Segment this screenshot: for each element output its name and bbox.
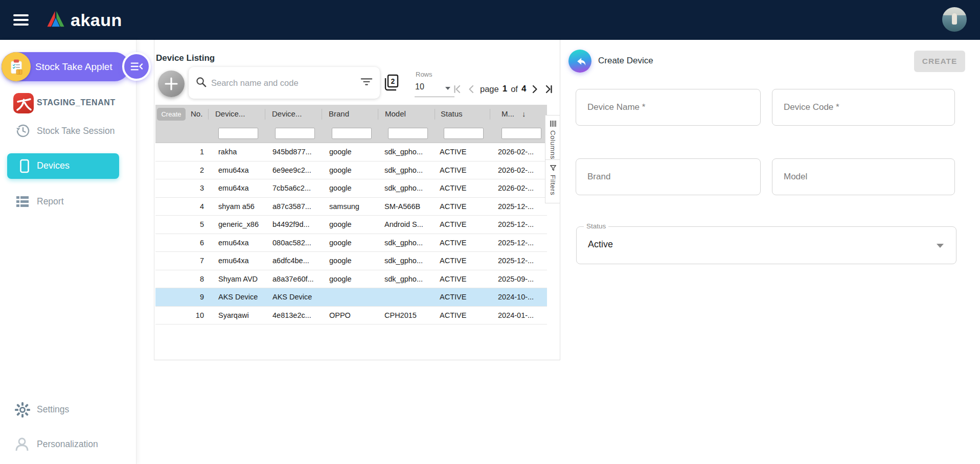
funnel-icon [550,165,557,172]
plus-icon [165,77,178,90]
column-header-modified[interactable]: M... [502,109,514,118]
table-row[interactable]: 4shyam a56a87c3587...samsungSM-A566BACTI… [155,198,547,216]
create-button[interactable]: CREATE [914,51,965,72]
sidebar-item-devices-label: Devices [37,160,70,171]
next-page-icon [530,84,539,94]
table-row-selected[interactable]: 9AKS DeviceAKS DeviceACTIVE2024-10-... [155,288,547,307]
applet-name-label: Stock Take Applet [35,52,112,81]
akaun-triangle-icon [45,9,66,31]
first-page-button[interactable] [453,84,463,94]
column-header-brand[interactable]: Brand [329,109,349,118]
column-filter-input-modified[interactable] [502,128,541,139]
sidebar-item-report[interactable]: Report [37,196,64,207]
last-page-icon [543,84,553,94]
last-page-button[interactable] [543,84,553,94]
table-row[interactable]: 2emu64xa6e9ee9c2...googlesdk_gpho...ACTI… [155,161,547,180]
table-filter-row [155,124,547,143]
tab-columns[interactable]: Columns [545,115,560,160]
column-filter-input-status[interactable] [444,128,484,139]
sidebar-item-tenant[interactable]: STAGING_TENANT [37,98,116,107]
dropdown-caret-icon [445,87,450,90]
column-filter-input-model[interactable] [388,128,428,139]
tab-filters[interactable]: Filters [545,160,560,203]
search-bar [189,67,380,99]
sidebar-item-personalization[interactable]: Personalization [37,439,98,450]
table-row[interactable]: 6emu64xa080ac582...googlesdk_gpho...ACTI… [155,234,547,252]
brand-field[interactable] [576,158,761,195]
duplicate-view-icon[interactable]: 2 [383,74,399,94]
table-row[interactable]: 5generic_x86b4492f9d...googleAndroid S..… [155,216,547,234]
column-filter-input-device-code[interactable] [275,128,315,139]
sidebar-item-stock-take-session[interactable]: Stock Take Session [37,126,115,136]
smartphone-icon [19,159,30,175]
of-word: of [511,84,518,94]
pagination: page 1 of 4 [453,82,553,96]
device-code-field[interactable] [772,89,955,126]
back-button[interactable] [568,50,591,73]
table-row[interactable]: 7emu64xaa6dfc4be...googlesdk_gpho...ACTI… [155,252,547,270]
table-row[interactable]: 8Shyam AVDa8a37e60f...googlesdk_gpho...A… [155,270,547,289]
tab-filters-label: Filters [549,175,557,195]
column-header-status[interactable]: Status [441,109,463,118]
sidebar: Stock Take Applet STAGING_TENANT Stock T… [0,40,136,464]
table-row[interactable]: 10Syarqawi4e813e2c...OPPOCPH2015ACTIVE20… [155,307,547,325]
menu-collapse-icon [130,61,143,72]
panel-title: Create Device [598,56,653,66]
status-label: Status [584,222,608,230]
brand-name: akaun [71,10,122,30]
menu-icon[interactable] [13,14,29,26]
app-logo[interactable]: akaun [45,9,122,31]
status-caret-icon [937,244,944,248]
sidebar-item-settings[interactable]: Settings [37,404,69,415]
table-side-tabs: Columns Filters [545,115,560,203]
rows-per-page-value: 10 [415,82,424,91]
column-header-no[interactable]: No. [191,109,202,118]
previous-page-button[interactable] [467,84,476,94]
column-header-device-name[interactable]: Device... [215,109,245,118]
device-name-field[interactable] [576,89,761,126]
search-icon [196,77,207,89]
status-value: Active [588,239,613,250]
collapse-sidebar-button[interactable] [122,52,151,81]
column-header-device-code[interactable]: Device... [272,109,302,118]
table-row[interactable]: 3emu64xa7cb5a6c2...googlesdk_gpho...ACTI… [155,179,547,198]
column-filter-input-device-name[interactable] [218,128,258,139]
applet-switcher-button[interactable]: Stock Take Applet [2,52,129,81]
column-filter-input-brand[interactable] [332,128,372,139]
model-field[interactable] [772,158,955,195]
rows-per-page-label: Rows [416,71,432,78]
sort-descending-icon[interactable]: ↓ [522,109,526,118]
svg-text:2: 2 [391,77,395,85]
person-icon [14,436,30,454]
history-icon [15,123,31,141]
tenant-logo-icon[interactable] [13,93,34,113]
status-select[interactable]: Status Active [576,226,956,264]
tab-columns-label: Columns [549,130,557,159]
next-page-button[interactable] [530,84,539,94]
filter-list-icon[interactable] [360,77,373,88]
add-device-button[interactable] [158,71,185,97]
table-header-row: Create No. Device... Device... Brand Mod… [155,105,547,124]
column-header-model[interactable]: Model [385,109,406,118]
content-card: Device Listing 2 Rows [154,40,968,360]
total-pages-number: 4 [521,84,526,94]
back-arrow-icon [574,55,587,68]
search-input[interactable] [211,78,360,88]
page-title: Device Listing [156,53,215,63]
report-list-icon [15,195,30,211]
top-navbar: akaun [0,0,980,40]
create-device-panel: Create Device CREATE Status Active [560,40,968,360]
gear-icon [14,402,31,420]
current-page-number: 1 [503,84,507,94]
page-word: page [480,84,499,94]
sidebar-item-devices[interactable]: Devices [7,153,119,179]
columns-reorder-icon [550,120,557,127]
rows-per-page-select[interactable]: 10 [415,81,454,97]
stock-take-clipboard-icon [2,52,31,81]
previous-page-icon [467,84,476,94]
device-table: Create No. Device... Device... Brand Mod… [155,105,547,324]
create-chip-button[interactable]: Create [157,108,186,121]
table-row[interactable]: 1rakha945bd877...googlesdk_gpho...ACTIVE… [155,143,547,161]
first-page-icon [453,84,463,94]
user-avatar[interactable] [942,7,967,32]
